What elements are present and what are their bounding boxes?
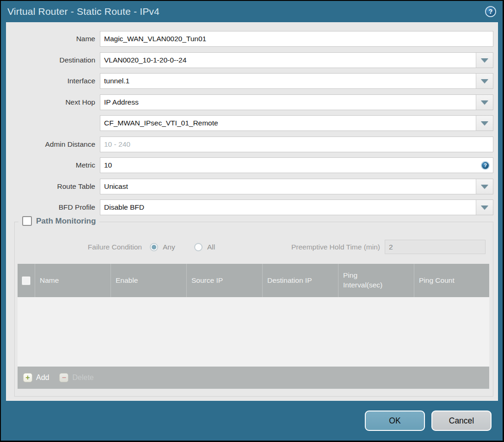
bfd-profile-value[interactable]: Disable BFD [100,200,476,215]
table-header-enable[interactable]: Enable [111,264,186,297]
chevron-down-icon [481,58,488,62]
interface-dropdown-button[interactable] [476,74,493,88]
cancel-button[interactable]: Cancel [431,411,492,431]
select-all-checkbox[interactable] [22,276,31,285]
next-hop-type-field[interactable]: IP Address [100,94,493,110]
chevron-down-icon [481,100,488,105]
radio-all-label: All [207,243,215,251]
failure-condition-all-option[interactable]: All [194,239,215,255]
metric-input[interactable] [100,158,481,173]
route-table-label: Route Table [6,179,100,194]
bfd-profile-field[interactable]: Disable BFD [100,199,493,215]
chevron-down-icon [481,121,488,125]
next-hop-type-value[interactable]: IP Address [100,95,476,110]
path-monitoring-table: Name Enable Source IP Destination IP Pin… [18,264,489,389]
preemptive-hold-time-input[interactable] [385,240,486,254]
add-button-label: Add [36,374,49,382]
route-table-value[interactable]: Unicast [100,179,476,194]
name-field [100,31,493,47]
table-header-row: Name Enable Source IP Destination IP Pin… [18,264,489,297]
bfd-profile-label: BFD Profile [6,199,100,215]
preemptive-hold-time-label: Preemptive Hold Time (min) [264,239,380,255]
destination-value[interactable]: VLAN0020_10-1-20-0--24 [100,53,476,68]
next-hop-row: Next Hop IP Address [6,94,493,110]
destination-dropdown-button[interactable] [476,53,493,68]
path-monitoring-group: Path Monitoring Failure Condition Any Al… [14,222,493,397]
delete-minus-icon: − [59,373,68,382]
destination-field[interactable]: VLAN0020_10-1-20-0--24 [100,52,493,68]
metric-label: Metric [6,157,100,173]
name-label: Name [6,31,100,47]
path-monitoring-checkbox[interactable] [22,216,32,226]
dialog-titlebar: Virtual Router - Static Route - IPv4 ? [1,1,503,22]
radio-any-label: Any [163,243,175,251]
next-hop-label: Next Hop [6,94,100,110]
table-body-empty [18,297,489,367]
route-table-field[interactable]: Unicast [100,179,493,194]
dialog-footer: OK Cancel [1,401,503,441]
failure-condition-any-option[interactable]: Any [150,239,175,255]
failure-condition-row: Failure Condition Any All Preemptive Hol… [15,239,493,255]
next-hop-address-value[interactable]: CF_MWAN_IPsec_VTI_01_Remote [100,116,476,131]
metric-help-icon[interactable]: ? [481,161,490,170]
interface-value[interactable]: tunnel.1 [100,74,476,88]
admin-distance-field [100,137,493,152]
metric-field: ? [100,157,493,173]
next-hop-type-dropdown-button[interactable] [476,95,493,110]
add-button[interactable]: + Add [23,373,49,382]
admin-distance-row: Admin Distance [6,137,493,152]
route-table-row: Route Table Unicast [6,179,493,194]
radio-selected-dot [152,245,156,249]
table-header-source-ip[interactable]: Source IP [186,264,262,297]
table-header-ping-count[interactable]: Ping Count [414,264,489,297]
admin-distance-input[interactable] [100,137,493,152]
table-header-ping-interval-text: Ping Interval(sec) [343,271,389,290]
dialog-title: Virtual Router - Static Route - IPv4 [7,6,160,17]
destination-row: Destination VLAN0020_10-1-20-0--24 [6,52,493,68]
table-toolbar: + Add − Delete [18,367,489,389]
next-hop-address-row: CF_MWAN_IPsec_VTI_01_Remote [6,115,493,131]
next-hop-address-field[interactable]: CF_MWAN_IPsec_VTI_01_Remote [100,115,493,131]
delete-button[interactable]: − Delete [59,373,93,382]
chevron-down-icon [481,185,488,189]
table-header-destination-ip[interactable]: Destination IP [262,264,338,297]
name-input[interactable] [100,31,493,46]
admin-distance-label: Admin Distance [6,137,100,152]
chevron-down-icon [481,205,488,210]
help-icon[interactable]: ? [485,6,496,17]
table-header-name[interactable]: Name [35,264,111,297]
name-row: Name [6,31,493,47]
route-table-dropdown-button[interactable] [476,179,493,194]
next-hop-address-dropdown-button[interactable] [476,116,493,131]
interface-field[interactable]: tunnel.1 [100,73,493,89]
failure-condition-label: Failure Condition [15,239,142,255]
interface-label: Interface [6,73,100,89]
path-monitoring-legend: Path Monitoring [18,216,99,226]
radio-any[interactable] [150,243,158,251]
dialog-content: Name Destination VLAN0020_10-1-20-0--24 … [6,22,498,401]
interface-row: Interface tunnel.1 [6,73,493,89]
bfd-profile-row: BFD Profile Disable BFD [6,199,493,215]
radio-all[interactable] [194,243,203,251]
bfd-profile-dropdown-button[interactable] [476,200,493,215]
metric-row: Metric ? [6,157,493,173]
table-header-ping-interval[interactable]: Ping Interval(sec) [338,264,414,297]
add-plus-icon: + [23,373,32,382]
table-header-checkbox-cell [18,264,35,297]
chevron-down-icon [481,79,488,83]
ok-button[interactable]: OK [365,411,425,431]
static-route-dialog: Virtual Router - Static Route - IPv4 ? N… [1,1,503,441]
delete-button-label: Delete [72,374,93,382]
next-hop-address-label [6,115,100,131]
path-monitoring-title: Path Monitoring [36,217,96,226]
destination-label: Destination [6,52,100,68]
